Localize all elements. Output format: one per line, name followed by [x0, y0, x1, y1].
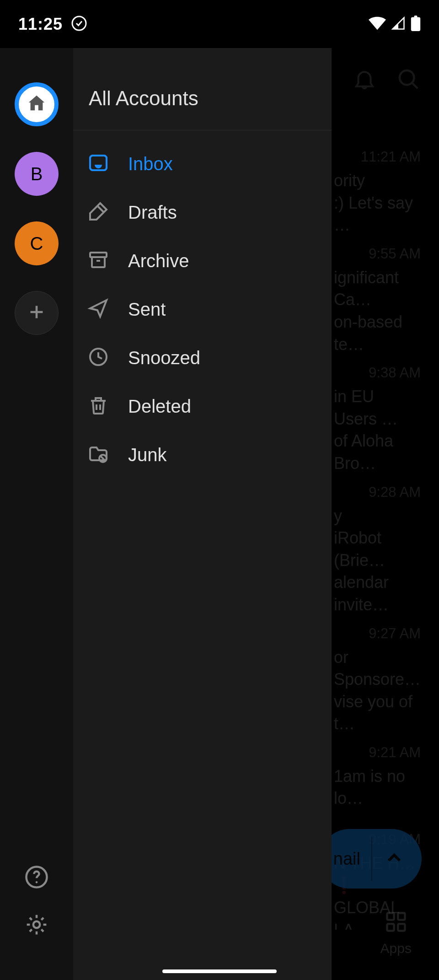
- folder-sent[interactable]: Sent: [73, 285, 332, 334]
- account-home-button[interactable]: [15, 82, 59, 126]
- folder-junk[interactable]: Junk: [73, 431, 332, 479]
- navigation-drawer: B C All Accounts: [0, 0, 332, 980]
- svg-point-10: [33, 921, 40, 928]
- svg-rect-13: [90, 253, 107, 257]
- status-bar: 11:25: [0, 0, 439, 48]
- folder-label: Deleted: [128, 396, 191, 417]
- do-not-disturb-icon: [71, 15, 87, 33]
- account-rail: B C: [0, 0, 73, 980]
- folder-inbox[interactable]: Inbox: [73, 140, 332, 188]
- folder-snoozed[interactable]: Snoozed: [73, 334, 332, 382]
- home-icon: [26, 93, 47, 116]
- folder-label: Junk: [128, 445, 167, 465]
- folder-drafts[interactable]: Drafts: [73, 188, 332, 237]
- svg-point-0: [72, 16, 86, 30]
- folder-archive[interactable]: Archive: [73, 237, 332, 285]
- inbox-icon: [87, 152, 109, 176]
- help-button[interactable]: [24, 865, 49, 891]
- divider: [73, 130, 332, 130]
- folder-label: Archive: [128, 251, 189, 271]
- folder-deleted[interactable]: Deleted: [73, 382, 332, 431]
- drafts-icon: [87, 200, 109, 224]
- gesture-nav-bar: [162, 969, 277, 973]
- trash-icon: [87, 394, 109, 418]
- junk-icon: [87, 443, 109, 467]
- battery-icon: [411, 16, 421, 33]
- clock-icon: [87, 346, 109, 370]
- folder-label: Snoozed: [128, 348, 200, 368]
- wifi-icon: [369, 16, 386, 32]
- folder-label: Drafts: [128, 202, 177, 223]
- plus-icon: [26, 302, 47, 324]
- drawer-title: All Accounts: [73, 73, 332, 130]
- svg-point-9: [36, 881, 38, 883]
- account-avatar-c[interactable]: C: [15, 221, 59, 265]
- account-avatar-b[interactable]: B: [15, 152, 59, 196]
- svg-rect-2: [414, 16, 418, 18]
- status-time: 11:25: [18, 15, 63, 34]
- avatar-initial: C: [30, 233, 43, 254]
- folder-label: Sent: [128, 299, 166, 320]
- svg-rect-1: [411, 17, 420, 31]
- folder-label: Inbox: [128, 154, 173, 174]
- add-account-button[interactable]: [15, 291, 59, 335]
- settings-button[interactable]: [24, 912, 49, 939]
- archive-icon: [87, 249, 109, 273]
- drawer-panel: All Accounts Inbox Drafts Archive: [73, 0, 332, 980]
- avatar-initial: B: [31, 164, 43, 184]
- sent-icon: [87, 297, 109, 321]
- cell-signal-icon: [391, 16, 406, 32]
